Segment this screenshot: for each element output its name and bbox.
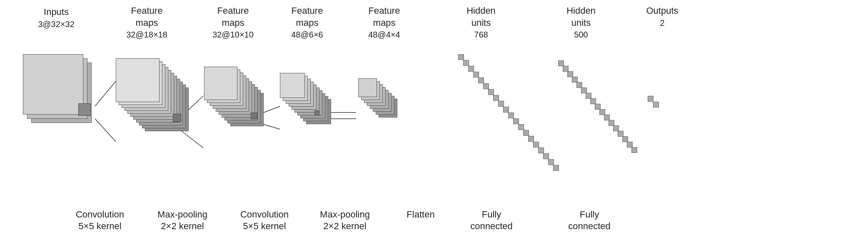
label-bottom-pool1: Max-pooling2×2 kernel: [145, 209, 220, 232]
label-hidden2: Hiddenunits500: [556, 5, 606, 41]
label-outputs: Outputs2: [639, 5, 685, 29]
label-fmap3: Featuremaps48@6×6: [277, 5, 337, 41]
label-fmap2: Featuremaps32@10×10: [201, 5, 265, 41]
label-fmap1: Featuremaps32@18×18: [115, 5, 179, 41]
label-bottom-conv2: Convolution5×5 kernel: [227, 209, 302, 232]
svg-line-0: [95, 81, 116, 106]
label-fmap4: Featuremaps48@4×4: [356, 5, 412, 41]
diagram-container: Inputs3@32×32 Featuremaps32@18×18 Featur…: [0, 0, 868, 245]
label-bottom-flatten: Flatten: [392, 209, 450, 232]
svg-line-3: [179, 129, 203, 148]
fmap2-kernel: [251, 112, 257, 119]
input-kernel: [78, 103, 91, 116]
fmap1-kernel: [173, 114, 181, 122]
label-hidden1: Hiddenunits768: [456, 5, 506, 41]
label-bottom-pool2: Max-pooling2×2 kernel: [307, 209, 382, 232]
label-bottom-fc1: Fullyconnected: [462, 209, 521, 232]
label-bottom-fc2: Fullyconnected: [560, 209, 619, 232]
svg-line-1: [95, 119, 116, 142]
label-bottom-conv1: Convolution5×5 kernel: [62, 209, 137, 232]
label-inputs: Inputs3@32×32: [23, 6, 90, 30]
fmap3-kernel: [314, 110, 319, 115]
